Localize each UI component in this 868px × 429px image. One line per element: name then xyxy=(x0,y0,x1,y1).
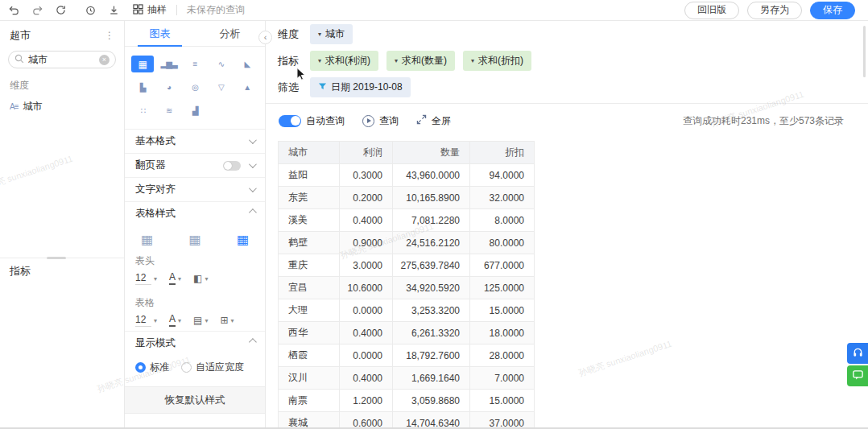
value-cell: 0.4000 xyxy=(340,209,393,232)
chart-type-scatter-icon[interactable]: ∷ xyxy=(131,102,154,119)
table-row[interactable]: 大理0.00003,253.320015.0000 xyxy=(279,299,535,322)
result-table-header-row: 城市利润数量折扣 xyxy=(279,142,535,164)
chart-type-waterfall-icon[interactable]: ▟ xyxy=(184,102,206,119)
header-font-color-picker[interactable]: A ▾ xyxy=(169,272,181,284)
chart-type-area-icon[interactable]: ◣ xyxy=(236,56,258,72)
table-row[interactable]: 汉川0.40001,669.16407.0000 xyxy=(279,367,535,390)
save-button[interactable]: 保存 xyxy=(810,2,855,19)
dimension-tag[interactable]: ▾ 城市 xyxy=(310,24,353,44)
save-as-button[interactable]: 另存为 xyxy=(747,2,802,19)
chart-type-stacked-bar-icon[interactable]: ▙ xyxy=(131,79,154,96)
support-button[interactable] xyxy=(847,343,868,364)
table-controls: 12 ▾ A ▾ ▤ ▾ ⊞ ▾ xyxy=(125,311,265,331)
font-color-icon: A xyxy=(169,314,176,326)
metric-tag[interactable]: ▾求和(数量) xyxy=(386,51,455,71)
chart-type-pie-icon[interactable]: ◕ xyxy=(157,79,180,96)
table-font-color-picker[interactable]: A ▾ xyxy=(169,314,181,326)
more-menu-icon[interactable]: ⋮ xyxy=(105,30,114,41)
run-query-button[interactable]: 查询 xyxy=(362,114,399,128)
table-style-blue-icon[interactable]: ▦ xyxy=(237,232,249,247)
reset-default-style-button[interactable]: 恢复默认样式 xyxy=(125,386,265,414)
auto-query-label: 自动查询 xyxy=(306,114,345,128)
section-table-style[interactable]: 表格样式 xyxy=(125,201,265,225)
clear-search-icon[interactable]: × xyxy=(99,55,110,65)
tab-analysis[interactable]: 分析 xyxy=(195,21,265,46)
dimension-config-row: 维度 ▾ 城市 xyxy=(266,21,868,47)
query-history-icon[interactable] xyxy=(85,4,97,16)
feedback-button[interactable] xyxy=(847,365,868,386)
table-font-size-select[interactable]: 12 ▾ xyxy=(135,314,157,327)
table-row[interactable]: 西华0.40006,261.332018.0000 xyxy=(279,322,535,344)
table-row[interactable]: 鹤壁0.900024,516.212080.0000 xyxy=(279,232,535,254)
value-cell: 125.0000 xyxy=(470,277,535,299)
chart-type-pyramid-icon[interactable]: ▲ xyxy=(236,79,258,96)
collapse-panel-icon[interactable]: ‹ xyxy=(258,31,272,44)
search-icon xyxy=(14,52,24,67)
auto-query-control: 自动查询 xyxy=(279,114,345,128)
table-row[interactable]: 重庆3.0000275,639.7840677.0000 xyxy=(279,254,535,277)
chart-type-funnel-icon[interactable]: ▽ xyxy=(209,79,232,96)
column-header: 城市 xyxy=(279,142,340,164)
section-basic-format[interactable]: 基本格式 xyxy=(125,129,265,153)
border-style-select[interactable]: ▤ ▾ xyxy=(193,315,208,326)
undo-icon[interactable] xyxy=(8,4,20,16)
chart-type-table-icon[interactable]: ▦ xyxy=(131,56,154,72)
table-style-plain-icon[interactable]: ▦ xyxy=(141,232,153,247)
chart-type-bubble-icon[interactable]: ◎ xyxy=(184,79,206,96)
pager-toggle[interactable] xyxy=(223,161,241,171)
vertical-scrollbar[interactable] xyxy=(863,26,866,77)
filter-tag-label: 日期 2019-10-08 xyxy=(331,80,403,94)
funnel-icon xyxy=(318,82,327,93)
filter-tag[interactable]: 日期 2019-10-08 xyxy=(310,77,411,97)
metric-tag[interactable]: ▾求和(折扣) xyxy=(463,51,531,71)
query-toolbar: 自动查询 查询 全屏 查询成功耗时231ms，至少573条记录 xyxy=(266,104,868,138)
chart-type-biaxial-icon[interactable]: ≋ xyxy=(157,102,180,119)
table-row[interactable]: 南票1.20003,059.868015.0000 xyxy=(279,390,535,412)
table-row[interactable]: 襄城0.600014,704.634037.0000 xyxy=(279,412,535,428)
header-fill-color-picker[interactable]: ◧ ▾ xyxy=(193,273,208,284)
section-display-mode[interactable]: 显示模式 xyxy=(125,331,265,355)
table-style-header-icon[interactable]: ▦ xyxy=(188,232,200,247)
chart-type-bar-icon[interactable]: ▂▆▃ xyxy=(157,56,180,72)
city-cell: 大理 xyxy=(279,299,340,322)
value-cell: 275,639.7840 xyxy=(393,254,470,277)
metric-tag[interactable]: ▾求和(利润) xyxy=(310,51,378,71)
metric-tag-label: 求和(利润) xyxy=(325,54,370,68)
sample-grid-icon xyxy=(133,4,143,17)
table-row[interactable]: 益阳0.300043,960.000094.0000 xyxy=(279,164,535,187)
value-cell: 10.6000 xyxy=(340,277,393,299)
radio-adaptive-width[interactable]: 自适应宽度 xyxy=(181,361,244,374)
auto-query-toggle[interactable] xyxy=(279,115,301,127)
old-version-button[interactable]: 回旧版 xyxy=(684,2,739,19)
field-search-input[interactable]: 城市 × xyxy=(8,51,116,68)
section-pager[interactable]: 翻页器 xyxy=(125,153,265,177)
table-row[interactable]: 溪美0.40007,081.22808.0000 xyxy=(279,209,535,232)
chart-type-bar-horizontal-icon[interactable]: ≡ xyxy=(184,56,206,72)
download-icon[interactable] xyxy=(108,4,120,16)
redo-icon[interactable] xyxy=(31,4,43,16)
value-cell: 677.0000 xyxy=(470,254,535,277)
refresh-icon[interactable] xyxy=(55,4,67,16)
caret-down-icon: ▾ xyxy=(178,275,181,283)
grid-borders-select[interactable]: ⊞ ▾ xyxy=(220,315,234,326)
fields-sidebar: 超市 ⋮ 城市 × 维度 A≡ 城市 指标 xyxy=(0,21,125,427)
tab-chart[interactable]: 图表 xyxy=(125,21,195,46)
value-cell: 7.0000 xyxy=(470,367,535,390)
table-row[interactable]: 东莞0.200010,165.890032.0000 xyxy=(279,187,535,209)
section-label: 显示模式 xyxy=(135,336,249,350)
value-cell: 0.3000 xyxy=(340,164,393,187)
sample-button[interactable]: 抽样 xyxy=(133,3,167,17)
header-font-size-select[interactable]: 12 ▾ xyxy=(135,272,157,285)
value-cell: 10,165.8900 xyxy=(393,187,470,209)
sample-label: 抽样 xyxy=(147,3,167,17)
table-row[interactable]: 宜昌10.600034,920.5920125.0000 xyxy=(279,277,535,299)
radio-standard[interactable]: 标准 xyxy=(135,361,169,374)
resize-handle[interactable] xyxy=(47,257,66,259)
fullscreen-button[interactable]: 全屏 xyxy=(416,114,451,128)
chart-type-line-icon[interactable]: ∿ xyxy=(209,56,232,72)
table-row[interactable]: 栖霞0.000018,792.760028.0000 xyxy=(279,344,535,367)
section-text-align[interactable]: 文字对齐 xyxy=(125,177,265,201)
header-group-label: 表头 xyxy=(125,247,265,270)
dimension-field-city[interactable]: A≡ 城市 xyxy=(0,96,124,118)
sidebar-section-divider xyxy=(0,258,124,258)
